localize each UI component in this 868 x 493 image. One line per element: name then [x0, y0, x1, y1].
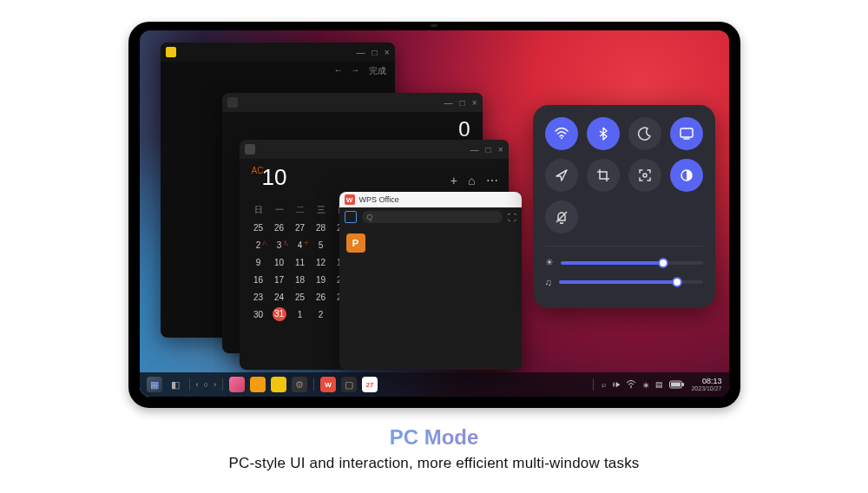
task-view-icon[interactable]: ◧	[168, 377, 183, 392]
calendar-day-cell[interactable]: 16	[248, 275, 269, 285]
calendar-day-cell[interactable]: 26	[269, 223, 290, 233]
taskbar-clock[interactable]: 08:13 2023/10/27	[691, 378, 721, 391]
camera-notch	[431, 24, 437, 27]
window-calendar-titlebar[interactable]: — □ ×	[240, 140, 509, 159]
ac-label: AC	[252, 166, 264, 175]
calendar-day-cell[interactable]: 3九	[269, 240, 290, 250]
calendar-day-header: 二	[290, 204, 311, 216]
calendar-day-cell[interactable]: 1	[290, 310, 311, 319]
today-icon[interactable]: ⌂	[468, 174, 475, 187]
moon-icon[interactable]	[628, 117, 661, 150]
calendar-day-cell[interactable]: 4十	[290, 240, 311, 250]
close-icon[interactable]: ×	[385, 48, 390, 57]
search-icon: Q	[367, 213, 373, 221]
calendar-day-cell[interactable]: 19	[311, 275, 332, 285]
running-app-calendar[interactable]: 27	[362, 377, 378, 392]
wifi-icon[interactable]	[545, 117, 578, 150]
expand-icon[interactable]: ⛶	[508, 213, 516, 222]
calendar-day-cell[interactable]: 31	[269, 307, 290, 321]
svg-point-3	[643, 174, 647, 177]
calendar-day-cell[interactable]: 25	[248, 223, 269, 233]
calendar-day-cell[interactable]: 23	[248, 293, 269, 302]
capture-icon[interactable]	[628, 159, 661, 192]
screen-icon[interactable]	[670, 117, 703, 150]
nav-back-icon[interactable]: ‹	[196, 380, 199, 389]
pinned-app-files[interactable]	[250, 377, 266, 392]
calendar-day-header: 日	[248, 204, 269, 216]
calendar-day-cell[interactable]: 25	[290, 293, 311, 302]
tray-bluetooth-icon[interactable]: ∗	[642, 380, 649, 390]
add-button[interactable]: +	[450, 174, 457, 187]
tray-search-icon[interactable]: ⌕	[602, 380, 606, 389]
minimize-icon[interactable]: —	[444, 98, 453, 108]
forward-button[interactable]: →	[352, 65, 360, 77]
svg-rect-9	[682, 383, 684, 386]
pinned-app-settings[interactable]: ⚙	[292, 377, 307, 392]
svg-rect-1	[681, 128, 693, 137]
calendar-day-cell[interactable]: 26	[311, 293, 332, 302]
maximize-icon[interactable]: □	[372, 48, 378, 57]
wps-app-icon: W	[345, 194, 355, 205]
tablet-device-frame: — □ × ← → 完成 — □ × 0	[128, 22, 740, 408]
calendar-day-header: 一	[269, 204, 290, 216]
pinned-app-gallery[interactable]	[229, 377, 245, 392]
minimize-icon[interactable]: —	[357, 48, 365, 57]
presentation-file-icon[interactable]: P	[346, 233, 365, 253]
calendar-day-cell[interactable]: 27	[290, 223, 311, 233]
contrast-icon[interactable]	[670, 159, 703, 192]
volume-slider[interactable]	[559, 280, 703, 284]
tray-wifi-icon[interactable]	[626, 380, 636, 389]
maximize-icon[interactable]: □	[460, 98, 465, 108]
app-launcher-icon[interactable]: ▦	[147, 377, 162, 392]
tray-sound-icon[interactable]: 🕪	[612, 380, 620, 389]
window-wps[interactable]: W WPS Office Q ⛶ P	[339, 192, 522, 370]
maximize-icon[interactable]: □	[486, 145, 491, 154]
crop-icon[interactable]	[587, 159, 620, 192]
more-icon[interactable]: ⋯	[486, 174, 498, 187]
wps-title-label: WPS Office	[359, 195, 399, 204]
svg-point-6	[631, 387, 633, 389]
sidebar-toggle-icon[interactable]	[345, 211, 357, 223]
calendar-day-cell[interactable]: 9	[248, 258, 269, 267]
calendar-day-cell[interactable]: 11	[290, 258, 311, 267]
tray-battery-icon[interactable]	[669, 380, 685, 389]
svg-rect-8	[671, 383, 681, 387]
calc-app-icon	[227, 97, 238, 108]
calendar-day-cell[interactable]: 10	[269, 258, 290, 267]
memo-app-icon	[166, 47, 176, 57]
calendar-day-cell[interactable]: 2八	[248, 240, 269, 250]
nav-recent-icon[interactable]: ›	[214, 380, 216, 389]
window-calculator-titlebar[interactable]: — □ ×	[222, 93, 483, 112]
done-button[interactable]: 完成	[369, 65, 386, 77]
calendar-day-cell[interactable]: 18	[290, 275, 311, 285]
calendar-day-cell[interactable]: 17	[269, 275, 290, 285]
pinned-app-notes[interactable]	[271, 377, 286, 392]
bluetooth-icon[interactable]	[587, 117, 620, 150]
tray-quicksettings-icon[interactable]: ▤	[655, 380, 663, 389]
clock-time: 08:13	[691, 378, 721, 385]
running-app-calc[interactable]: ▢	[341, 377, 357, 392]
calendar-day-cell[interactable]: 2	[311, 310, 332, 319]
nav-home-icon[interactable]: ○	[204, 380, 208, 389]
caption-subtitle: PC-style UI and interaction, more effici…	[228, 455, 639, 472]
calendar-day-cell[interactable]: 24	[269, 293, 290, 302]
wps-search-input[interactable]: Q	[362, 211, 503, 223]
brightness-icon: ☀	[545, 257, 554, 268]
dnd-icon[interactable]	[545, 200, 578, 233]
calendar-day-header: 三	[311, 204, 332, 216]
close-icon[interactable]: ×	[472, 98, 477, 108]
volume-icon: ♫	[545, 277, 552, 287]
back-button[interactable]: ←	[334, 65, 343, 77]
running-app-wps[interactable]: W	[320, 377, 336, 392]
close-icon[interactable]: ×	[498, 145, 503, 154]
minimize-icon[interactable]: —	[470, 145, 479, 154]
calendar-day-cell[interactable]: 5	[311, 240, 332, 250]
window-wps-titlebar[interactable]: W WPS Office	[339, 192, 522, 207]
brightness-slider[interactable]	[561, 261, 703, 265]
calendar-day-cell[interactable]: 28	[311, 223, 332, 233]
desktop-screen: — □ × ← → 完成 — □ × 0	[140, 30, 729, 397]
calendar-day-cell[interactable]: 12	[311, 258, 332, 267]
location-icon[interactable]	[545, 159, 578, 192]
window-memo-titlebar[interactable]: — □ ×	[161, 43, 395, 62]
calendar-day-cell[interactable]: 30	[248, 310, 269, 319]
